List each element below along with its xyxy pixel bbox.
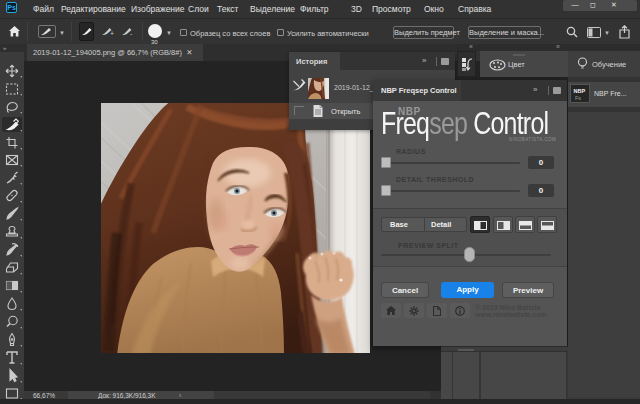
svg-text:-: - (130, 30, 133, 37)
svg-text:+: + (110, 30, 114, 37)
